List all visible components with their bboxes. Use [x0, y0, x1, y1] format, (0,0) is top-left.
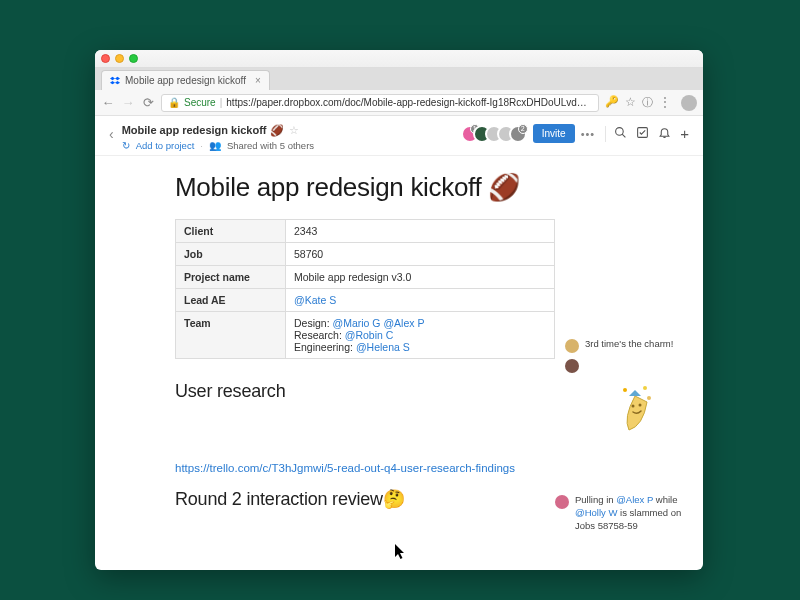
- cell-key[interactable]: Client: [176, 220, 286, 243]
- trello-link[interactable]: https://trello.com/c/T3hJgmwi/5-read-out…: [175, 462, 703, 474]
- address-bar[interactable]: 🔒 Secure | https://paper.dropbox.com/doc…: [161, 94, 599, 112]
- team-row-label: Design:: [294, 317, 333, 329]
- cell-value[interactable]: Mobile app redesign v3.0: [286, 266, 555, 289]
- table-row: Lead AE @Kate S: [176, 289, 555, 312]
- mention[interactable]: @Alex P: [383, 317, 424, 329]
- svg-point-0: [616, 127, 624, 135]
- nav-back-icon[interactable]: ←: [101, 95, 115, 110]
- cell-key[interactable]: Lead AE: [176, 289, 286, 312]
- browser-toolbar: ← → ⟳ 🔒 Secure | https://paper.dropbox.c…: [95, 90, 703, 116]
- team-row-label: Research:: [294, 329, 345, 341]
- svg-point-3: [623, 388, 627, 392]
- table-row: Client 2343: [176, 220, 555, 243]
- shared-with-text[interactable]: Shared with 5 others: [227, 140, 314, 151]
- doc-star-icon[interactable]: ☆: [289, 124, 299, 137]
- nav-reload-icon[interactable]: ⟳: [141, 95, 155, 110]
- bell-icon[interactable]: [658, 126, 671, 142]
- header-doc-title: Mobile app redesign kickoff 🏈: [122, 124, 284, 137]
- plus-icon[interactable]: +: [680, 127, 689, 140]
- cell-value[interactable]: Design: @Mario G @Alex P Research: @Robi…: [286, 312, 555, 359]
- tab-strip: Mobile app redesign kickoff ×: [95, 68, 703, 90]
- menu-icon[interactable]: ⋮: [659, 95, 671, 111]
- browser-tab[interactable]: Mobile app redesign kickoff ×: [101, 70, 270, 90]
- table-row: Project name Mobile app redesign v3.0: [176, 266, 555, 289]
- mouse-cursor-icon: [395, 544, 407, 560]
- url-text: https://paper.dropbox.com/doc/Mobile-app…: [226, 97, 592, 108]
- add-to-project-link[interactable]: Add to project: [136, 140, 195, 151]
- svg-point-6: [632, 405, 635, 408]
- margin-comment[interactable]: Pulling in @Alex P while @Holly W is sla…: [555, 494, 685, 532]
- comment-avatar: [565, 359, 579, 373]
- document-scroll-area[interactable]: Mobile app redesign kickoff 🏈 Client 234…: [95, 156, 703, 570]
- mention[interactable]: @Holly W: [575, 507, 617, 518]
- header-right: 1 2 Invite •••: [461, 124, 689, 143]
- star-icon[interactable]: ☆: [625, 95, 636, 111]
- invite-button[interactable]: Invite: [533, 124, 575, 143]
- margin-reaction[interactable]: [565, 358, 695, 373]
- table-row: Job 58760: [176, 243, 555, 266]
- avatar[interactable]: 2: [509, 125, 527, 143]
- profile-avatar-icon[interactable]: [681, 95, 697, 111]
- tasks-icon[interactable]: [636, 126, 649, 142]
- party-popper-illustration: [615, 384, 655, 432]
- cell-key[interactable]: Job: [176, 243, 286, 266]
- comment-avatar: [555, 495, 569, 509]
- tab-close-icon[interactable]: ×: [255, 75, 261, 86]
- doc-meta: Mobile app redesign kickoff 🏈 ☆ ↻ Add to…: [122, 124, 461, 151]
- team-row-label: Engineering:: [294, 341, 356, 353]
- app-header: ‹ Mobile app redesign kickoff 🏈 ☆ ↻ Add …: [95, 116, 703, 156]
- toolbar-right: 🔑 ☆ ⓘ ⋮: [605, 95, 697, 111]
- collaborator-avatars[interactable]: 1 2: [461, 125, 527, 143]
- doc-back-icon[interactable]: ‹: [109, 126, 114, 142]
- window-zoom-dot[interactable]: [129, 54, 138, 63]
- cell-value[interactable]: 2343: [286, 220, 555, 243]
- comment-avatar: [565, 339, 579, 353]
- svg-point-5: [647, 396, 651, 400]
- cell-value[interactable]: @Kate S: [286, 289, 555, 312]
- window-close-dot[interactable]: [101, 54, 110, 63]
- info-table[interactable]: Client 2343 Job 58760 Project name Mobil…: [175, 219, 555, 359]
- svg-line-1: [622, 134, 625, 137]
- table-row: Team Design: @Mario G @Alex P Research: …: [176, 312, 555, 359]
- comment-text: 3rd time's the charm!: [585, 338, 673, 353]
- cell-key[interactable]: Team: [176, 312, 286, 359]
- nav-forward-icon[interactable]: →: [121, 95, 135, 110]
- secure-label: Secure: [184, 97, 216, 108]
- mention[interactable]: @Mario G: [333, 317, 381, 329]
- mac-titlebar: [95, 50, 703, 68]
- doc-h1[interactable]: Mobile app redesign kickoff 🏈: [175, 172, 703, 203]
- cell-value[interactable]: 58760: [286, 243, 555, 266]
- window-minimize-dot[interactable]: [115, 54, 124, 63]
- mention[interactable]: @Kate S: [294, 294, 336, 306]
- add-project-reload-icon: ↻: [122, 140, 130, 151]
- svg-point-4: [643, 386, 647, 390]
- svg-point-7: [639, 404, 642, 407]
- dropbox-paper-favicon: [110, 76, 120, 86]
- key-icon[interactable]: 🔑: [605, 95, 619, 111]
- comment-text: Pulling in @Alex P while @Holly W is sla…: [575, 494, 685, 532]
- margin-comment[interactable]: 3rd time's the charm!: [565, 338, 695, 353]
- mention[interactable]: @Alex P: [616, 494, 653, 505]
- search-icon[interactable]: [614, 126, 627, 142]
- cell-key[interactable]: Project name: [176, 266, 286, 289]
- avatar-badge: 2: [518, 124, 528, 134]
- info-icon[interactable]: ⓘ: [642, 95, 653, 111]
- mention[interactable]: @Robin C: [345, 329, 394, 341]
- mention[interactable]: @Helena S: [356, 341, 410, 353]
- more-icon[interactable]: •••: [581, 128, 596, 140]
- browser-window: Mobile app redesign kickoff × ← → ⟳ 🔒 Se…: [95, 50, 703, 570]
- tab-title: Mobile app redesign kickoff: [125, 75, 246, 86]
- lock-icon: 🔒: [168, 97, 180, 108]
- people-icon: 👥: [209, 140, 221, 151]
